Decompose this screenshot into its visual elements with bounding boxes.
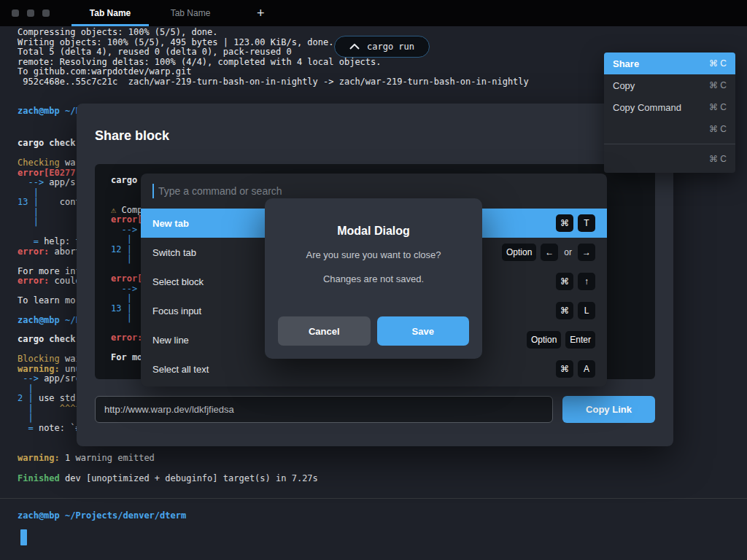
- command-search-input[interactable]: [158, 185, 595, 197]
- menu-item-copy-command[interactable]: Copy Command⌘ C: [604, 96, 735, 118]
- tab-2-label: Tab Name: [171, 8, 211, 18]
- keycap: ⌘: [556, 360, 573, 378]
- menu-item-shortcut: ⌘ C: [709, 80, 727, 90]
- dialog-message-2: Changes are not saved.: [265, 273, 482, 284]
- shortcut-keys: ⌘L: [556, 302, 595, 319]
- terminal-line: To github.com:warpdotdev/warp.git: [18, 67, 529, 77]
- menu-item-shortcut: ⌘ C: [709, 102, 727, 112]
- key-separator-text: or: [564, 247, 572, 257]
- window-controls: [0, 9, 70, 17]
- shortcut-keys: ⌘↑: [556, 273, 595, 290]
- menu-item-label: Copy: [613, 80, 635, 91]
- shortcut-keys: OptionEnter: [527, 331, 595, 349]
- shortcut-keys: ⌘T: [556, 214, 595, 232]
- shortcut-keys: ⌘A: [556, 360, 595, 378]
- menu-separator: [604, 144, 735, 144]
- terminal-divider: [0, 498, 747, 499]
- cargo-run-label: cargo run: [367, 42, 414, 52]
- palette-item-label: Focus input: [152, 306, 201, 316]
- terminal-block-finished: Finished dev [unoptimized + debuginfo] t…: [18, 474, 318, 484]
- menu-item-shortcut: ⌘ C: [709, 154, 727, 164]
- palette-item-select-all-text[interactable]: Select all text⌘A: [141, 354, 607, 384]
- share-modal-title: Share block: [95, 128, 169, 144]
- keycap: Option: [502, 244, 536, 261]
- palette-item-label: Select block: [152, 276, 204, 287]
- tab-1-label: Tab Name: [90, 8, 131, 18]
- menu-item-shortcut: ⌘ C: [709, 124, 727, 134]
- palette-item-label: Switch tab: [152, 247, 196, 258]
- terminal-line: remote: Resolving deltas: 100% (4/4), co…: [18, 58, 529, 68]
- shortcut-keys: Option←or→: [502, 244, 595, 261]
- terminal-line: warning: 1 warning emitted: [18, 454, 155, 464]
- dialog-buttons: Cancel Save: [278, 316, 469, 346]
- context-menu-items: Share⌘ CCopy⌘ CCopy Command⌘ C⌘ C⌘ C: [604, 52, 735, 170]
- keycap: A: [578, 360, 595, 378]
- menu-item-4[interactable]: ⌘ C: [604, 148, 735, 170]
- keycap: ⌘: [556, 273, 573, 290]
- menu-item-copy[interactable]: Copy⌘ C: [604, 74, 735, 96]
- palette-item-label: Select all text: [152, 364, 209, 375]
- share-url-input[interactable]: [95, 396, 553, 423]
- text-cursor: [152, 184, 154, 198]
- terminal-line: Finished dev [unoptimized + debuginfo] t…: [18, 474, 318, 484]
- keycap: L: [578, 302, 595, 319]
- terminal-line: 952c468e..55c7c21c zach/war-219-turn-bas…: [18, 77, 529, 88]
- palette-item-label: New tab: [152, 218, 189, 229]
- warp-terminal-window: Tab Name Tab Name + Compressing objects:…: [0, 0, 747, 560]
- copy-link-button[interactable]: Copy Link: [562, 396, 655, 423]
- keycap: ⌘: [556, 214, 573, 232]
- terminal-line: Writing objects: 100% (5/5), 495 bytes |…: [18, 38, 529, 48]
- menu-item-share[interactable]: Share⌘ C: [604, 52, 735, 74]
- palette-item-label: New line: [152, 335, 189, 346]
- terminal-block-git-output: Compressing objects: 100% (5/5), done.Wr…: [18, 28, 529, 87]
- cargo-run-pill[interactable]: cargo run: [334, 36, 430, 58]
- keycap: Enter: [565, 331, 595, 349]
- cancel-button[interactable]: Cancel: [278, 316, 371, 346]
- keycap: T: [578, 214, 595, 232]
- terminal-block-warning-emitted: warning: 1 warning emitted: [18, 454, 155, 464]
- modal-dialog: Modal Dialog Are you sure you want to cl…: [265, 198, 482, 359]
- keycap: ↑: [578, 273, 595, 290]
- terminal-line: Total 5 (delta 4), reused 0 (delta 0), p…: [18, 47, 529, 58]
- chevron-up-icon: [349, 44, 360, 50]
- keycap: ⌘: [556, 302, 573, 319]
- tab-2[interactable]: Tab Name: [150, 0, 231, 26]
- new-tab-button[interactable]: +: [257, 0, 265, 26]
- window-minimize-button[interactable]: [27, 9, 34, 17]
- menu-item-label: Share: [613, 58, 639, 69]
- menu-item-label: Copy Command: [613, 102, 681, 113]
- menu-item-3[interactable]: ⌘ C: [604, 118, 735, 140]
- keycap: ←: [541, 244, 558, 261]
- terminal-cursor: [20, 529, 27, 545]
- keycap: →: [578, 244, 595, 261]
- window-zoom-button[interactable]: [42, 9, 50, 17]
- terminal-line: Compressing objects: 100% (5/5), done.: [18, 28, 529, 38]
- window-close-button[interactable]: [12, 9, 19, 17]
- menu-item-shortcut: ⌘ C: [709, 58, 727, 69]
- bottom-prompt: zach@mbp ~/Projects/denver/dterm: [18, 510, 186, 521]
- dialog-message-1: Are you sure you want to close?: [265, 249, 482, 260]
- dialog-title: Modal Dialog: [265, 225, 482, 238]
- tab-1[interactable]: Tab Name: [70, 0, 150, 26]
- titlebar: Tab Name Tab Name +: [0, 0, 747, 26]
- save-button[interactable]: Save: [377, 316, 470, 346]
- keycap: Option: [527, 331, 561, 349]
- context-menu: Share⌘ CCopy⌘ CCopy Command⌘ C⌘ C⌘ C: [604, 52, 735, 173]
